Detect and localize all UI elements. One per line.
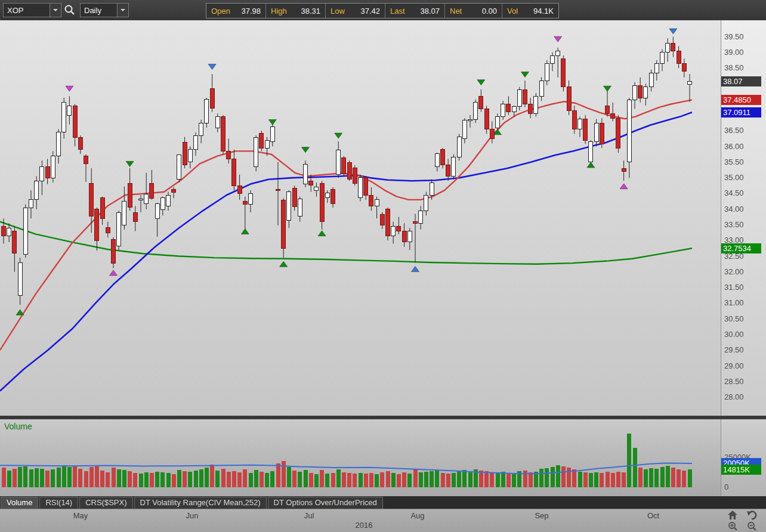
price-tracking-label: 37.0911 <box>721 107 761 117</box>
zoom-in-icon <box>727 521 738 531</box>
quote-label: Open <box>211 7 230 16</box>
price-tick: 30.00 <box>724 330 744 339</box>
price-tick: 36.50 <box>724 126 744 135</box>
price-tick: 34.50 <box>724 188 744 197</box>
quote-field-low: Low37.42 <box>326 4 385 18</box>
price-tick: 33.50 <box>724 220 744 229</box>
quote-field-high: High38.31 <box>266 4 326 18</box>
undo-button[interactable] <box>746 510 757 521</box>
price-tick: 29.00 <box>724 361 744 370</box>
quote-label: Net <box>450 7 462 16</box>
search-icon <box>63 4 76 17</box>
month-label-jul: Jul <box>304 511 314 520</box>
price-tracking-label: 38.07 <box>721 76 761 86</box>
month-label-jun: Jun <box>186 511 199 520</box>
price-tick: 38.50 <box>724 63 744 72</box>
quote-field-vol: Vol94.1K <box>502 4 558 18</box>
month-label-aug: Aug <box>410 511 424 520</box>
chevron-down-icon[interactable] <box>117 4 128 17</box>
quote-field-net: Net0.00 <box>445 4 502 18</box>
price-chart[interactable] <box>0 20 721 416</box>
price-axis[interactable]: 39.5039.0038.5038.0037.5037.0036.5036.00… <box>721 20 766 416</box>
volume-chart-canvas[interactable] <box>0 419 721 496</box>
tab-crs-spx-[interactable]: CRS($SPX) <box>79 497 132 509</box>
price-tick: 35.00 <box>724 173 744 182</box>
price-tick: 30.50 <box>724 314 744 323</box>
trading-app-window: XOP Daily Open37.98High38.31Low37.42Last… <box>0 0 766 532</box>
tab-volume[interactable]: Volume <box>1 497 38 509</box>
volume-axis[interactable]: 25000K020050K14815K <box>721 419 766 496</box>
undo-icon <box>746 510 757 521</box>
quote-value: 37.98 <box>241 7 261 16</box>
home-button[interactable] <box>727 510 738 521</box>
year-label: 2016 <box>356 521 373 530</box>
volume-last-label: 14815K <box>721 465 761 475</box>
volume-pane[interactable]: Volume <box>0 419 721 496</box>
price-tick: 34.00 <box>724 205 744 214</box>
date-axis[interactable]: 2016 MayJunJ <box>0 509 766 532</box>
price-tick: 32.00 <box>724 267 744 276</box>
quote-label: Vol <box>507 7 518 16</box>
price-tick: 36.00 <box>724 142 744 151</box>
price-tick: 39.50 <box>724 32 744 41</box>
quote-label: Low <box>331 7 345 16</box>
price-tracking-label: 37.4850 <box>721 95 761 105</box>
timeframe-combo[interactable]: Daily <box>80 3 129 17</box>
price-tick: 39.00 <box>724 48 744 57</box>
zoom-in-button[interactable] <box>727 521 738 531</box>
chevron-down-icon[interactable] <box>50 4 61 17</box>
price-tick: 31.50 <box>724 283 744 292</box>
quote-value: 94.1K <box>533 7 554 16</box>
month-label-may: May <box>73 511 88 520</box>
quote-bar: Open37.98High38.31Low37.42Last38.07Net0.… <box>206 3 559 18</box>
home-icon <box>727 510 738 521</box>
timeframe-value: Daily <box>81 6 117 15</box>
candlestick-chart-canvas[interactable] <box>0 20 721 416</box>
price-tick: 35.50 <box>724 157 744 166</box>
zoom-out-icon <box>746 521 757 531</box>
price-tick: 28.00 <box>724 392 744 401</box>
quote-value: 38.07 <box>420 7 440 16</box>
tab-rsi-14-[interactable]: RSI(14) <box>39 497 78 509</box>
quote-value: 37.42 <box>360 7 380 16</box>
quote-field-last: Last38.07 <box>385 4 445 18</box>
volume-tick: 0 <box>724 482 728 491</box>
tab-dt-options-over-underpriced[interactable]: DT Options Over/UnderPriced <box>268 497 383 509</box>
quote-label: Last <box>390 7 405 16</box>
quote-label: High <box>271 7 287 16</box>
volume-pane-title: Volume <box>4 422 32 431</box>
indicator-tab-strip: VolumeRSI(14)CRS($SPX)DT Volatility Rang… <box>0 496 766 509</box>
price-tick: 29.50 <box>724 345 744 354</box>
month-label-oct: Oct <box>647 511 659 520</box>
search-button[interactable] <box>63 4 76 17</box>
quote-field-open: Open37.98 <box>206 4 266 18</box>
price-tick: 28.50 <box>724 377 744 386</box>
top-toolbar: XOP Daily Open37.98High38.31Low37.42Last… <box>0 0 766 21</box>
quote-value: 38.31 <box>301 7 320 16</box>
tab-dt-volatility-range-civ-mean-252-[interactable]: DT Volatility Range(CIV Mean,252) <box>134 497 267 509</box>
price-tracking-label: 32.7534 <box>721 243 761 253</box>
month-label-sep: Sep <box>535 511 548 520</box>
price-tick: 31.00 <box>724 298 744 307</box>
symbol-combo[interactable]: XOP <box>3 3 61 17</box>
symbol-value: XOP <box>4 6 50 15</box>
zoom-out-button[interactable] <box>746 521 757 531</box>
quote-value: 0.00 <box>482 7 497 16</box>
